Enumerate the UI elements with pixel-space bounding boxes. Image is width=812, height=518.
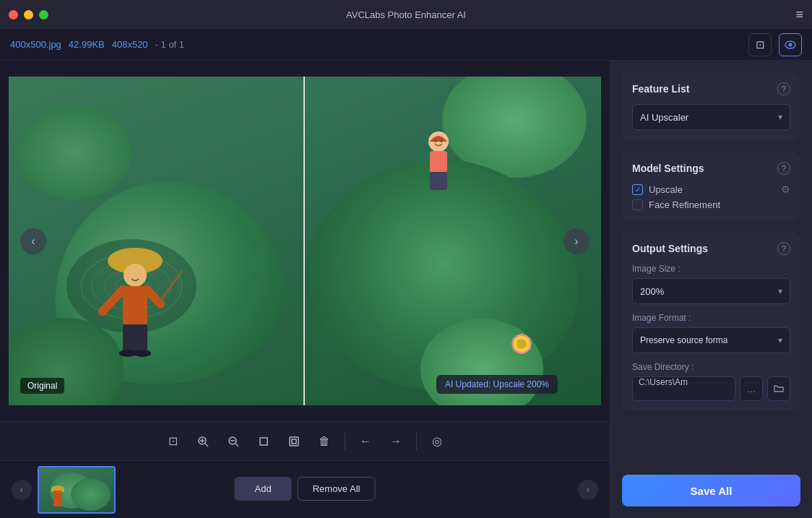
output-settings-help[interactable]: ? (777, 242, 790, 255)
svg-point-15 (434, 139, 437, 142)
model-settings-header: Model Settings ? (632, 162, 790, 175)
save-directory-row: C:\Users\Am … (632, 376, 790, 401)
image-format-arrow: ▾ (778, 335, 782, 345)
folder-button[interactable] (767, 376, 790, 401)
model-settings-section: Model Settings ? ✓ Upscale ⚙ Face Refine… (622, 152, 800, 220)
mini-leaf2 (71, 478, 111, 511)
bottom-strip: ‹ › Add Remove All (0, 460, 610, 518)
svg-rect-9 (123, 324, 147, 352)
traffic-lights (9, 10, 48, 20)
output-settings-section: Output Settings ? Image Size : 200% ▾ Im… (622, 232, 800, 411)
image-size-label: Image Size : (632, 264, 790, 274)
save-all-button[interactable]: Save All (622, 475, 800, 506)
minimize-button[interactable] (24, 10, 33, 20)
feature-list-header: Feature List ? (632, 82, 790, 95)
image-toolbar: ⊡ (0, 421, 610, 460)
redo-button[interactable]: → (383, 428, 409, 454)
select-tool-button[interactable]: ⊡ (160, 428, 186, 454)
main-area: Original ‹ › AI Updated: Upscale 200% ⊡ (0, 61, 812, 518)
feature-dropdown-arrow: ▾ (778, 112, 782, 122)
feature-list-dropdown[interactable]: AI Upscaler ▾ (632, 104, 790, 130)
toolbar-separator-2 (416, 433, 417, 450)
close-button[interactable] (9, 10, 18, 20)
preview-area: Original ‹ › AI Updated: Upscale 200% ⊡ (0, 61, 610, 518)
image-format-dropdown[interactable]: Preserve source forma ▾ (632, 327, 790, 353)
svg-point-16 (440, 139, 443, 142)
svg-line-30 (236, 444, 238, 446)
zoom-out-button[interactable] (220, 428, 246, 454)
maximize-button[interactable] (39, 10, 48, 20)
compare-divider[interactable] (303, 77, 305, 405)
upscale-gear-icon[interactable]: ⚙ (781, 184, 790, 195)
svg-rect-13 (430, 151, 447, 173)
remove-all-button[interactable]: Remove All (298, 477, 376, 501)
browse-button[interactable]: … (740, 376, 763, 401)
face-refinement-label: Face Refinement (649, 199, 720, 210)
crop-view-button[interactable]: ⊡ (748, 33, 772, 56)
toolbar-separator (345, 433, 345, 450)
feature-list-section: Feature List ? AI Upscaler ▾ (622, 72, 800, 140)
face-refinement-row: Face Refinement (632, 199, 790, 210)
filename: 400x500.jpg (10, 39, 61, 50)
image-format-label: Image Format : (632, 313, 790, 323)
upscale-checkbox[interactable]: ✓ (632, 184, 643, 195)
feature-list-help[interactable]: ? (777, 82, 790, 95)
add-button[interactable]: Add (235, 477, 292, 501)
zoom-in-button[interactable] (190, 428, 216, 454)
svg-rect-8 (123, 286, 147, 326)
feature-list-title: Feature List (632, 83, 689, 95)
strip-next-arrow[interactable]: › (578, 480, 598, 500)
crop-button[interactable] (251, 428, 277, 454)
svg-point-11 (134, 350, 151, 357)
app-title: AVCLabs Photo Enhancer AI (346, 9, 466, 20)
face-refinement-checkbox[interactable] (632, 199, 643, 210)
image-size-dropdown[interactable]: 200% ▾ (632, 278, 790, 304)
menu-icon[interactable]: ≡ (795, 7, 803, 22)
save-directory-label: Save Directory : (632, 362, 790, 372)
eye-view-button[interactable] (779, 33, 802, 56)
upscale-row: ✓ Upscale ⚙ (632, 184, 790, 195)
settings-button[interactable]: ◎ (424, 428, 450, 454)
scene: Original ‹ › AI Updated: Upscale 200% (9, 77, 601, 405)
svg-rect-32 (260, 438, 267, 445)
svg-line-26 (205, 444, 208, 446)
svg-rect-33 (290, 437, 298, 446)
svg-point-1 (789, 43, 792, 46)
save-directory-input[interactable]: C:\Users\Am (632, 376, 735, 401)
right-panel: Feature List ? AI Upscaler ▾ Model Setti… (610, 61, 812, 518)
svg-rect-34 (292, 439, 296, 444)
dimensions: 408x520 (112, 39, 148, 50)
output-settings-title: Output Settings (632, 243, 708, 254)
titlebar: AVCLabs Photo Enhancer AI ≡ (0, 0, 812, 29)
file-count: - 1 of 1 (155, 39, 184, 50)
thumbnail-item[interactable] (38, 466, 116, 514)
feature-list-selected: AI Upscaler (640, 112, 688, 123)
strip-prev-arrow[interactable]: ‹ (12, 480, 32, 500)
ai-status-badge: AI Updated: Upscale 200% (436, 375, 558, 394)
model-settings-help[interactable]: ? (777, 162, 790, 175)
thumbnail-scene (39, 467, 114, 512)
filesize: 42.99KB (69, 39, 105, 50)
image-size-value: 200% (640, 286, 664, 297)
fit-button[interactable] (281, 428, 307, 454)
image-format-value: Preserve source forma (640, 335, 727, 345)
upscale-label: Upscale (649, 184, 683, 195)
model-settings-title: Model Settings (632, 163, 704, 174)
topbar: 400x500.jpg 42.99KB 408x520 - 1 of 1 ⊡ (0, 29, 812, 61)
image-container: Original ‹ › AI Updated: Upscale 200% (0, 61, 610, 421)
svg-point-7 (124, 264, 147, 287)
svg-rect-14 (430, 172, 447, 190)
image-size-arrow: ▾ (778, 286, 782, 296)
original-label: Original (20, 378, 64, 394)
undo-button[interactable]: ← (353, 428, 379, 454)
prev-arrow[interactable]: ‹ (20, 228, 46, 254)
delete-button[interactable]: 🗑 (311, 428, 337, 454)
output-settings-header: Output Settings ? (632, 242, 790, 255)
svg-point-24 (517, 339, 527, 349)
leaf-top-left (16, 105, 131, 199)
mini-figure (53, 491, 62, 506)
next-arrow[interactable]: › (563, 228, 589, 254)
